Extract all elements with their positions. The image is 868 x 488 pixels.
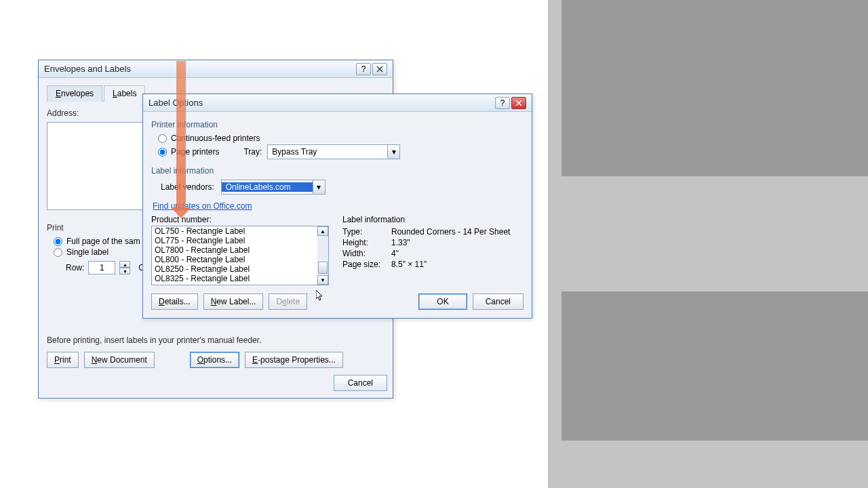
find-updates-link[interactable]: Find updates on Office.com — [153, 201, 252, 211]
info-width-val: 4" — [391, 249, 510, 258]
listbox-scrollbar[interactable]: ▲ ▼ — [317, 226, 328, 285]
printer-info-heading: Printer information — [151, 120, 524, 129]
chevron-down-icon[interactable]: ▾ — [387, 145, 399, 159]
dialog-titlebar-options: Label Options ? — [143, 94, 532, 112]
spinner-down-icon[interactable]: ▼ — [119, 268, 130, 274]
scroll-up-icon[interactable]: ▲ — [317, 226, 328, 236]
product-listbox[interactable]: OL750 - Rectangle Label OL775 - Rectangl… — [151, 226, 329, 285]
dialog-title-text: Envelopes and Labels — [44, 64, 131, 74]
row-label: Row: — [66, 263, 84, 272]
dialog-title-text-options: Label Options — [149, 98, 203, 108]
info-height-val: 1.33" — [391, 238, 510, 247]
radio-single-label-text: Single label — [66, 247, 108, 257]
tray-value: Bypass Tray — [268, 147, 387, 157]
delete-button: Delete — [269, 293, 307, 310]
label-info-heading: Label information — [151, 166, 524, 176]
help-button[interactable]: ? — [356, 63, 371, 75]
options-button[interactable]: Options... — [190, 352, 239, 368]
info-height-key: Height: — [342, 238, 387, 247]
options-body: Printer information Continuous-feed prin… — [143, 112, 532, 318]
close-icon — [515, 100, 522, 106]
scroll-down-icon[interactable]: ▼ — [317, 275, 328, 285]
row-spinner[interactable]: ▲▼ — [119, 261, 130, 274]
radio-continuous[interactable] — [158, 134, 167, 143]
epostage-button[interactable]: E-postage Properties... — [245, 352, 343, 368]
tab-labels[interactable]: Labels — [104, 85, 145, 102]
info-pagesize-val: 8.5" × 11" — [391, 260, 510, 269]
cancel-button-options[interactable]: Cancel — [473, 293, 524, 310]
right-panel-bottom — [561, 291, 868, 441]
product-list-items: OL750 - Rectangle Label OL775 - Rectangl… — [152, 226, 317, 285]
tray-label: Tray: — [243, 147, 262, 157]
close-button[interactable] — [372, 63, 387, 75]
tab-envelopes[interactable]: Envelopes — [47, 85, 102, 102]
list-item[interactable]: OL7800 - Rectangle Label — [152, 245, 317, 255]
info-pagesize-key: Page size: — [342, 260, 387, 269]
list-item[interactable]: OL800 - Rectangle Label — [152, 255, 317, 264]
info-column: Label information Type: Rounded Corners … — [342, 215, 510, 285]
cancel-button[interactable]: Cancel — [334, 375, 387, 391]
printer-note: Before printing, insert labels in your p… — [47, 336, 261, 345]
info-type-val: Rounded Corners - 14 Per Sheet — [391, 227, 510, 237]
address-label: Address: — [47, 108, 79, 118]
spinner-up-icon[interactable]: ▲ — [119, 261, 130, 268]
label-options-dialog: Label Options ? Printer information Cont… — [142, 94, 532, 319]
list-item[interactable]: OL750 - Rectangle Label — [152, 226, 317, 236]
new-document-button[interactable]: New Document — [84, 352, 155, 368]
help-button-options[interactable]: ? — [495, 97, 510, 109]
details-button[interactable]: Details... — [151, 293, 198, 310]
row-input[interactable] — [88, 261, 115, 274]
tray-select[interactable]: Bypass Tray ▾ — [267, 144, 400, 159]
scroll-track[interactable] — [317, 236, 328, 275]
vendors-value: OnlineLabels.com — [222, 182, 313, 192]
print-button[interactable]: Print — [47, 352, 79, 368]
radio-page-printers[interactable] — [158, 148, 167, 157]
radio-single-label[interactable] — [54, 248, 62, 257]
list-item[interactable]: OL775 - Rectangle Label — [152, 236, 317, 245]
dialog-titlebar: Envelopes and Labels ? — [39, 60, 393, 78]
close-icon — [376, 66, 383, 73]
ok-button[interactable]: OK — [418, 293, 467, 310]
list-item[interactable]: OL8250 - Rectangle Label — [152, 264, 317, 274]
label-info-table: Type: Rounded Corners - 14 Per Sheet Hei… — [342, 227, 510, 269]
radio-full-page-label: Full page of the sam — [66, 237, 140, 246]
vendors-select[interactable]: OnlineLabels.com ▾ — [221, 180, 326, 195]
product-number-label: Product number: — [151, 215, 329, 224]
right-panel-top — [561, 0, 868, 176]
info-width-key: Width: — [342, 249, 387, 258]
chevron-down-icon[interactable]: ▾ — [313, 180, 325, 194]
info-type-key: Type: — [342, 227, 387, 237]
new-label-button[interactable]: New Label... — [203, 293, 264, 310]
product-column: Product number: OL750 - Rectangle Label … — [151, 215, 329, 285]
list-item[interactable]: OL8325 - Rectangle Label — [152, 274, 317, 283]
radio-continuous-label: Continuous-feed printers — [171, 134, 260, 143]
scroll-thumb[interactable] — [318, 262, 328, 274]
close-button-options[interactable] — [511, 97, 526, 109]
label-information-heading: Label information — [342, 215, 510, 224]
radio-page-printers-label: Page printers — [171, 147, 219, 157]
radio-full-page[interactable] — [54, 237, 62, 246]
vendors-label: Label vendors: — [161, 182, 214, 192]
